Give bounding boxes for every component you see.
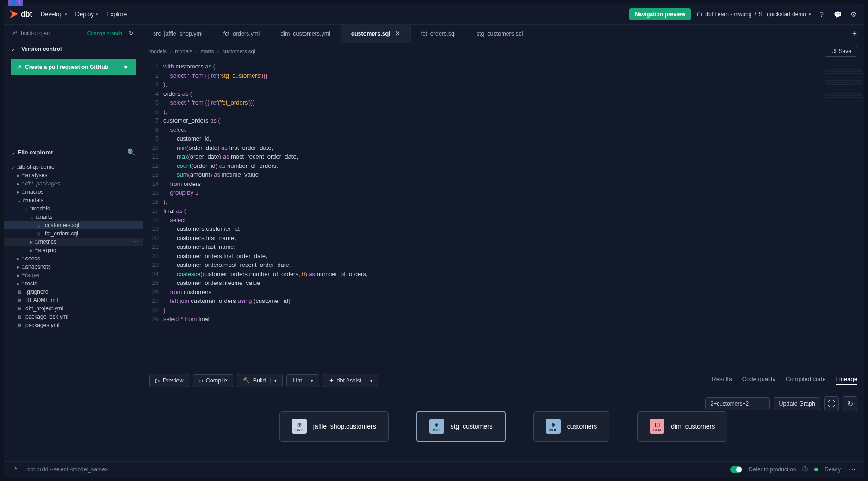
settings-icon[interactable]: ⚙ (848, 9, 858, 19)
compile-button[interactable]: ‹›Compile (193, 374, 233, 387)
project-selector[interactable]: 🗀 dbt Learn - mwong / SL quickstart demo… (696, 11, 811, 18)
tab-src-jaffle-shop-yml[interactable]: src_jaffle_shop.yml (143, 25, 213, 43)
command-hint[interactable]: dbt build --select <model_name> (27, 466, 108, 473)
folder-open-icon (24, 206, 29, 212)
folder-marts[interactable]: marts (4, 213, 143, 221)
lineage-node-jaffle-shop-customers[interactable]: SRCjaffle_shop.customers (279, 411, 389, 442)
save-button[interactable]: 🖫 Save (825, 46, 857, 57)
lint-button[interactable]: Lint▾ (286, 374, 319, 387)
play-icon: ▷ (155, 377, 160, 384)
file-customers-sql[interactable]: customers.sql (4, 221, 143, 229)
folder-dbt-packages[interactable]: dbt_packages (4, 179, 143, 188)
tab-stg-customers-sql[interactable]: stg_customers.sql (466, 25, 534, 43)
folder-db-sl-qs-demo[interactable]: db-sl-qs-demo (4, 163, 143, 171)
editor-tabs: src_jaffle_shop.ymlfct_orders.ymldim_cus… (143, 25, 864, 43)
folder-macros[interactable]: macros (4, 188, 143, 196)
results-tab-results[interactable]: Results (712, 376, 732, 385)
folder-snapshots[interactable]: snapshots (4, 263, 143, 271)
results-tab-code-quality[interactable]: Code quality (742, 376, 775, 385)
breadcrumb-segment[interactable]: models (149, 49, 167, 54)
tree-item-label: customers.sql (45, 222, 79, 228)
folder-seeds[interactable]: seeds (4, 254, 143, 263)
more-icon[interactable]: ⋯ (134, 239, 139, 245)
fullscreen-icon[interactable]: ⛶ (824, 396, 839, 411)
folder-analyses[interactable]: analyses (4, 171, 143, 179)
file-package-lock-yml[interactable]: package-lock.yml (4, 313, 143, 321)
results-tab-compiled-code[interactable]: Compiled code (786, 376, 826, 385)
lineage-graph[interactable]: SRCjaffle_shop.customersMDLstg_customers… (143, 392, 864, 461)
tree-item-label: macros (25, 189, 43, 195)
folder-metrics[interactable]: metrics⋯ (4, 238, 143, 246)
node-badge-icon: SEM (650, 419, 664, 434)
folder-icon (17, 264, 23, 270)
file-icon (17, 297, 23, 303)
update-graph-button[interactable]: Update Graph (774, 397, 820, 410)
create-pr-button[interactable]: ↗ Create a pull request on GitHub ▾ (11, 59, 136, 75)
defer-toggle[interactable] (730, 466, 742, 473)
preview-button[interactable]: ▷Preview (149, 374, 189, 387)
code-editor[interactable]: 1234567891011121314151617181920212223242… (143, 60, 864, 369)
ready-label: Ready (825, 466, 841, 473)
breadcrumb-segment[interactable]: models (167, 49, 192, 54)
tab-dim-customers-yml[interactable]: dim_customers.yml (270, 25, 341, 43)
nav-explore[interactable]: Explore (106, 11, 127, 18)
footer: ＾ dbt build --select <model_name> Defer … (4, 461, 864, 477)
version-control-header[interactable]: Version control (4, 42, 143, 56)
folder-icon (30, 239, 36, 245)
tree-item-label: package-lock.yml (25, 314, 68, 320)
navigation-preview-button[interactable]: Navigation preview (629, 8, 691, 20)
new-tab-button[interactable]: ＋ (845, 29, 864, 38)
lineage-node-dim-customers[interactable]: SEMdim_customers (637, 411, 727, 442)
chevron-down-icon[interactable]: ▾ (121, 64, 130, 70)
change-branch-link[interactable]: Change branch (87, 31, 122, 36)
minimap[interactable] (825, 62, 862, 104)
node-label: jaffle_shop.customers (313, 423, 376, 430)
search-icon[interactable]: 🔍 (126, 147, 136, 157)
file-readme-md[interactable]: README.md (4, 296, 143, 304)
folder-target[interactable]: target (4, 271, 143, 279)
code-content[interactable]: with customers as ( select * from {{ ref… (163, 60, 864, 369)
breadcrumb-segment[interactable]: marts (192, 49, 214, 54)
file--gitignore[interactable]: .gitignore (4, 288, 143, 296)
folder-open-icon (11, 164, 16, 170)
nav-deploy[interactable]: Deploy (75, 11, 98, 18)
chevron-down-icon[interactable]: ▾ (307, 378, 313, 383)
refresh-icon[interactable]: ↻ (843, 396, 857, 411)
file-explorer-header[interactable]: ⌄File explorer 🔍 (4, 143, 143, 161)
lineage-selector-input[interactable] (705, 397, 770, 410)
refresh-icon[interactable]: ↻ (126, 28, 136, 38)
more-icon[interactable]: ⋯ (847, 464, 857, 475)
build-button[interactable]: 🔨Build▾ (237, 374, 283, 387)
lineage-node-customers[interactable]: MDLcustomers (533, 411, 610, 442)
tab-fct-orders-sql[interactable]: fct_orders.sql (411, 25, 466, 43)
tab-customers-sql[interactable]: customers.sql✕ (341, 25, 411, 43)
file-icon (17, 289, 23, 295)
dbt-logo-icon (10, 10, 18, 18)
file-packages-yml[interactable]: packages.yml (4, 321, 143, 329)
folder-models[interactable]: models (4, 204, 143, 213)
info-icon[interactable]: ⓘ (802, 465, 808, 473)
results-tab-lineage[interactable]: Lineage (836, 376, 857, 385)
chat-icon[interactable]: 💬 (832, 9, 843, 19)
breadcrumb-segment[interactable]: customers.sql (214, 49, 255, 54)
lineage-node-stg-customers[interactable]: MDLstg_customers (416, 411, 506, 442)
tree-item-label: dbt_project.yml (25, 305, 63, 312)
tab-fct-orders-yml[interactable]: fct_orders.yml (213, 25, 271, 43)
project-name: dbt Learn - mwong (705, 11, 751, 18)
nav-develop[interactable]: Develop (41, 11, 67, 18)
folder-models[interactable]: models (4, 196, 143, 204)
dbt-assist-button[interactable]: ✦dbt Assist▾ (323, 374, 379, 387)
file-fct-orders-sql[interactable]: fct_orders.sql (4, 229, 143, 238)
folder-tests[interactable]: tests (4, 279, 143, 288)
tree-item-label: models (25, 197, 43, 204)
logo[interactable]: dbt (10, 10, 32, 18)
node-label: stg_customers (451, 423, 493, 430)
folder-staging[interactable]: staging (4, 246, 143, 254)
chevron-down-icon[interactable]: ▾ (366, 378, 372, 383)
file-dbt-project-yml[interactable]: dbt_project.yml (4, 304, 143, 313)
expand-icon[interactable]: ＾ (11, 464, 21, 475)
chevron-down-icon[interactable]: ▾ (270, 378, 277, 383)
help-icon[interactable]: ? (817, 9, 827, 19)
tree-item-label: analyses (25, 172, 47, 179)
close-icon[interactable]: ✕ (395, 30, 400, 37)
